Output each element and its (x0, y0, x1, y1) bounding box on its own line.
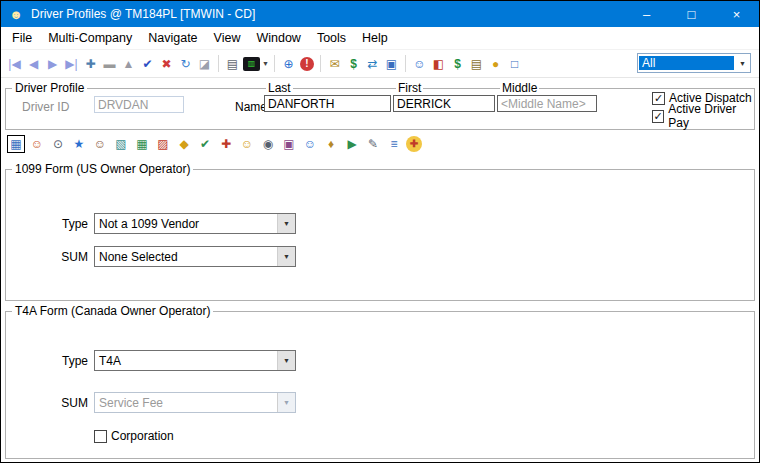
menu-tools[interactable]: Tools (309, 29, 354, 47)
window-title: Driver Profiles @ TM184PL [TMWIN - CD] (31, 7, 255, 21)
tab-add-icon[interactable]: ✚ (406, 136, 422, 152)
filter-combo[interactable]: All ▼ (637, 53, 751, 73)
money-icon[interactable]: $ (448, 54, 467, 73)
chevron-down-icon[interactable]: ▼ (277, 351, 295, 370)
form-t4a-group: T4A Form (Canada Owner Operator) Type T4… (5, 311, 755, 459)
form-t4a-type-combo[interactable]: T4A ▼ (94, 350, 296, 371)
app-icon: ☻ (8, 6, 24, 22)
active-dispatch-checkbox[interactable]: ✓ (652, 92, 665, 105)
toolbar-separator (218, 55, 219, 72)
window-controls: – □ × (624, 1, 759, 27)
tab-grid-icon[interactable]: ▦ (133, 135, 151, 153)
close-button[interactable]: × (714, 1, 759, 27)
tab-chart-icon[interactable]: ▧ (112, 135, 130, 153)
first-record-icon[interactable]: |◀ (5, 54, 24, 73)
coins-icon[interactable]: ● (486, 54, 505, 73)
tab-personnel-icon[interactable]: ☺ (301, 135, 319, 153)
form-1099-sum-combo[interactable]: None Selected ▼ (94, 246, 296, 267)
last-name-field[interactable] (264, 95, 391, 112)
driver-id-field (94, 96, 184, 113)
form-t4a-type-label: Type (42, 354, 88, 368)
form-t4a-sum-label: SUM (42, 396, 88, 410)
menu-view[interactable]: View (206, 29, 249, 47)
active-driver-pay-checkbox[interactable]: ✓ (652, 110, 664, 123)
truck-icon[interactable]: ◧ (429, 54, 448, 73)
toolbar-separator (320, 55, 321, 72)
clear-icon[interactable]: ◪ (195, 54, 214, 73)
menubar: FileMulti-CompanyNavigateViewWindowTools… (1, 27, 759, 50)
menu-navigate[interactable]: Navigate (140, 29, 205, 47)
web-icon[interactable]: ⊕ (279, 54, 298, 73)
chevron-down-icon[interactable]: ▼ (277, 214, 295, 233)
tab-search-icon[interactable]: ⊙ (49, 135, 67, 153)
tab-person-note-icon[interactable]: ☺ (91, 135, 109, 153)
tab-checklist-icon[interactable]: ✔ (196, 135, 214, 153)
chevron-down-icon[interactable]: ▼ (277, 247, 295, 266)
add-record-icon[interactable]: ✚ (81, 54, 100, 73)
funds-icon[interactable]: $ (344, 54, 363, 73)
tab-driver-info-icon[interactable]: ☺ (28, 135, 46, 153)
last-column-header: Last (266, 81, 293, 95)
save-icon[interactable]: ✔ (138, 54, 157, 73)
print-icon[interactable]: ▤ (223, 54, 242, 73)
cancel-icon[interactable]: ✖ (157, 54, 176, 73)
terminal-dropdown-icon[interactable]: ▼ (261, 54, 270, 73)
mail-icon[interactable]: ✉ (325, 54, 344, 73)
tab-training-icon[interactable]: ▣ (280, 135, 298, 153)
toolbar-icons: |◀◀▶▶|✚▬▲✔✖↻◪▤▥▼⊕!✉$⇄▣☺◧$▤●□ (5, 54, 524, 73)
delete-record-icon[interactable]: ▬ (100, 54, 119, 73)
menu-help[interactable]: Help (354, 29, 396, 47)
tab-key-icon[interactable]: ♦ (322, 135, 340, 153)
menu-window[interactable]: Window (248, 29, 308, 47)
form-1099-sum-label: SUM (42, 250, 88, 264)
form-1099-group: 1099 Form (US Owner Operator) Type Not a… (5, 169, 755, 301)
maximize-button[interactable]: □ (669, 1, 714, 27)
tab-list-icon[interactable]: ≡ (385, 135, 403, 153)
tab-safety-icon[interactable]: ✚ (217, 135, 235, 153)
tab-1099-t4a-icon[interactable]: ▦ (7, 135, 25, 153)
tab-awards-icon[interactable]: ◆ (175, 135, 193, 153)
alert-icon[interactable]: ! (300, 57, 314, 71)
form-t4a-sum-value: Service Fee (95, 396, 277, 410)
main-toolbar: |◀◀▶▶|✚▬▲✔✖↻◪▤▥▼⊕!✉$⇄▣☺◧$▤●□ All ▼ (1, 50, 759, 78)
terminal-icon[interactable]: ▥ (243, 57, 260, 71)
menu-file[interactable]: File (4, 29, 40, 47)
form-1099-group-label: 1099 Form (US Owner Operator) (12, 162, 193, 176)
form-t4a-sum-combo: Service Fee ▼ (94, 392, 296, 413)
driver-profiles-window: ☻ Driver Profiles @ TM184PL [TMWIN - CD]… (0, 0, 760, 463)
form-1099-type-combo[interactable]: Not a 1099 Vendor ▼ (94, 213, 296, 234)
corporation-checkbox[interactable] (94, 430, 107, 443)
refresh-icon[interactable]: ↻ (176, 54, 195, 73)
screens-icon[interactable]: ▣ (382, 54, 401, 73)
minimize-button[interactable]: – (624, 1, 669, 27)
previous-record-icon[interactable]: ◀ (24, 54, 43, 73)
chevron-down-icon[interactable]: ▼ (735, 60, 750, 67)
tab-go-icon[interactable]: ▶ (343, 135, 361, 153)
tab-notes-icon[interactable]: ✎ (364, 135, 382, 153)
active-driver-pay-label: Active Driver Pay (668, 102, 754, 130)
chevron-down-icon: ▼ (277, 393, 295, 412)
monitor-icon[interactable]: □ (505, 54, 524, 73)
transfer-icon[interactable]: ⇄ (363, 54, 382, 73)
ledger-icon[interactable]: ▤ (467, 54, 486, 73)
next-record-icon[interactable]: ▶ (43, 54, 62, 73)
corporation-label: Corporation (111, 429, 174, 443)
tab-team-icon[interactable]: ☺ (238, 135, 256, 153)
tab-eye-icon[interactable]: ◉ (259, 135, 277, 153)
driver-profile-group-label: Driver Profile (12, 81, 87, 95)
driver-icon[interactable]: ☺ (410, 54, 429, 73)
tab-stack-icon[interactable]: ▨ (154, 135, 172, 153)
form-1099-type-value: Not a 1099 Vendor (95, 217, 277, 231)
menu-multi-company[interactable]: Multi-Company (40, 29, 140, 47)
last-record-icon[interactable]: ▶| (62, 54, 81, 73)
middle-name-field[interactable] (497, 95, 597, 112)
form-t4a-type-value: T4A (95, 354, 277, 368)
form-t4a-group-label: T4A Form (Canada Owner Operator) (12, 304, 213, 318)
name-label: Name (235, 100, 267, 114)
tab-toolbar: ▦☺⊙★☺▧▦▨◆✔✚☺◉▣☺♦▶✎≡✚ (1, 130, 759, 155)
undo-record-icon[interactable]: ▲ (119, 54, 138, 73)
first-name-field[interactable] (393, 95, 495, 112)
corporation-row: Corporation (94, 428, 174, 444)
tab-license-icon[interactable]: ★ (70, 135, 88, 153)
toolbar-separator (405, 55, 406, 72)
